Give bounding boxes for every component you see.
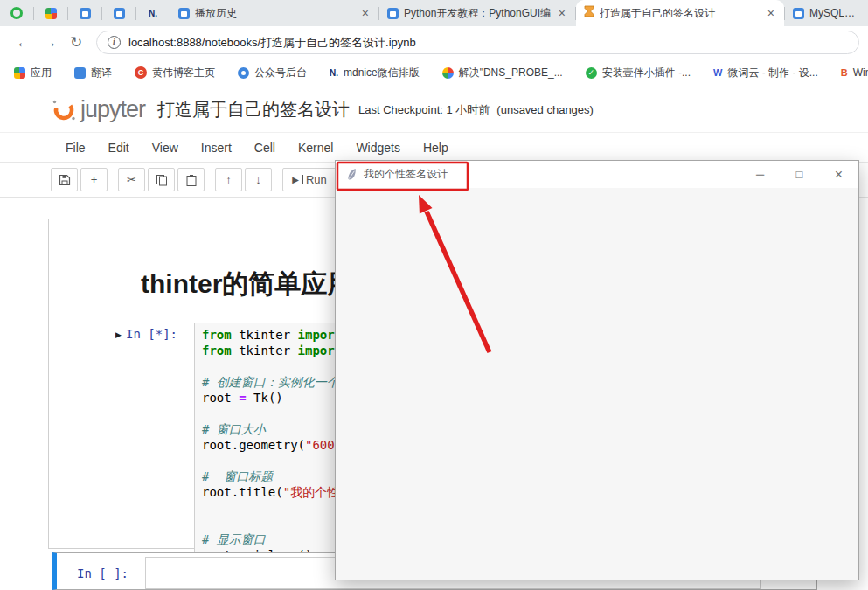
back-button[interactable]: ← [10,34,37,52]
refresh-button[interactable]: ↻ [63,33,89,52]
input-prompt-empty: In [ ]: [77,566,128,580]
play-icon: ▶ [292,175,299,184]
tab-playback-history[interactable]: 播放历史 × [170,0,378,26]
bookmark-official-account[interactable]: 公众号后台 [238,66,307,80]
minimize-button[interactable]: ─ [740,161,780,188]
browser-nav-bar: ← → ↻ i localhost:8888/notebooks/打造属于自己的… [0,26,868,59]
menu-insert[interactable]: Insert [190,141,243,155]
chat-icon [238,67,249,79]
step-bar-icon [302,175,303,184]
bookmark-label: Win [853,66,868,79]
jupyter-menu-bar: File Edit View Insert Cell Kernel Widget… [0,132,868,163]
blue-app-icon [114,8,125,19]
checkpoint-status: Last Checkpoint: 1 小时前 [358,102,490,118]
jupyter-planet-icon [51,98,77,122]
bookmark-label: 微词云 - 制作 - 设... [727,66,817,80]
scissors-icon: ✂ [127,173,136,186]
plus-icon: + [91,173,98,186]
bookmark-yiban-plugin[interactable]: ✓ 安装壹伴小插件 -... [586,66,691,80]
bookmark-translate[interactable]: 翻译 [74,66,112,80]
tab-mysql[interactable]: MySQL_数 [785,0,868,26]
run-cell-button[interactable]: ▶ Run [282,168,337,191]
menu-edit[interactable]: Edit [97,141,141,155]
menu-file[interactable]: File [54,141,97,155]
bookmark-win[interactable]: B Win [841,66,868,79]
markdown-heading: thinter的简单应用 [141,267,353,302]
tab-mini-colorful[interactable] [34,0,67,26]
bookmark-dns-fix[interactable]: 解决"DNS_PROBE_... [442,66,563,80]
cut-cell-button[interactable]: ✂ [118,168,145,191]
tkinter-window-title: 我的个性签名设计 [364,167,448,182]
address-bar[interactable]: i localhost:8888/notebooks/打造属于自己的签名设计.i… [96,31,859,54]
translate-icon [74,67,86,79]
arrow-up-icon: ↑ [226,173,232,186]
floppy-icon [59,174,71,186]
csdn-icon: C [135,66,147,79]
hourglass-icon [584,5,594,21]
move-cell-up-button[interactable]: ↑ [215,168,242,191]
notebook-title[interactable]: 打造属于自己的签名设计 [157,98,350,121]
tab-mini-browser-logo[interactable] [0,0,33,26]
bookmark-label: 黄伟博客主页 [152,66,215,80]
color-grid-icon [45,8,57,19]
bookmark-label: 安装壹伴小插件 -... [602,66,691,80]
close-window-button[interactable]: × [819,161,858,188]
copy-cell-button[interactable] [148,168,175,191]
tab-mini-app2[interactable] [102,0,135,26]
add-cell-button[interactable]: + [80,168,108,191]
jupyter-logo[interactable]: jupyter [51,96,145,123]
green-ring-icon [10,7,23,19]
tab-signature-design-active[interactable]: 打造属于自己的签名设计 × [576,0,784,26]
arrow-down-icon: ↓ [255,173,261,186]
close-icon[interactable]: × [360,6,371,20]
run-cell-marker-icon[interactable]: ▶ [115,330,122,339]
bookmark-mdnice[interactable]: N. mdnice微信排版 [330,66,420,80]
bookmark-weiciyun[interactable]: W 微词云 - 制作 - 设... [713,66,818,80]
jupyter-logo-text: jupyter [80,96,145,123]
tkinter-window-body [336,188,858,580]
tkinter-titlebar[interactable]: 我的个性签名设计 ─ □ × [336,161,858,188]
color-wheel-icon [442,67,454,79]
tab-title: Python开发教程：PythonGUI编 [404,6,552,21]
close-icon[interactable]: × [766,6,776,20]
unsaved-status: (unsaved changes) [496,103,594,116]
clipboard-icon [185,174,198,186]
bookmark-label: 解决"DNS_PROBE_... [459,66,563,80]
info-icon[interactable]: i [108,36,121,49]
maximize-button[interactable]: □ [780,161,819,188]
input-prompt: In [*]: [126,327,177,341]
blue-app-icon [793,8,804,19]
menu-widgets[interactable]: Widgets [344,141,412,155]
tab-python-tutorial[interactable]: Python开发教程：PythonGUI编 × [379,0,575,26]
bookmark-blog-home[interactable]: C 黄伟博客主页 [135,66,215,80]
blue-app-icon [178,8,190,19]
b-logo-icon: B [841,67,848,78]
bookmark-label: 应用 [31,66,52,80]
close-icon[interactable]: × [557,6,567,20]
move-cell-down-button[interactable]: ↓ [245,168,272,191]
tab-mini-mdnice[interactable]: N. [136,0,170,26]
menu-cell[interactable]: Cell [243,141,287,155]
blue-app-icon [387,8,399,19]
tkinter-window[interactable]: 我的个性签名设计 ─ □ × [335,160,859,580]
save-button[interactable] [51,168,78,191]
menu-help[interactable]: Help [412,141,460,155]
bookmarks-bar: 应用 翻译 C 黄伟博客主页 公众号后台 N. mdnice微信排版 解决"DN… [0,59,868,87]
browser-tab-bar: N. 播放历史 × Python开发教程：PythonGUI编 × 打造属于自己… [0,0,868,26]
bookmark-apps[interactable]: 应用 [14,66,52,80]
tab-title: MySQL_数 [809,6,860,21]
blue-app-icon [80,8,91,19]
url-text[interactable]: localhost:8888/notebooks/打造属于自己的签名设计.ipy… [128,35,416,51]
tab-title: 打造属于自己的签名设计 [600,6,760,21]
mdnice-logo-icon: N. [149,9,157,18]
feather-icon [346,168,358,181]
menu-view[interactable]: View [141,141,190,155]
tab-mini-app1[interactable] [68,0,101,26]
bookmark-label: mdnice微信排版 [344,66,420,80]
menu-kernel[interactable]: Kernel [287,141,344,155]
bookmark-label: 翻译 [91,66,112,80]
paste-cell-button[interactable] [177,168,205,191]
forward-button[interactable]: → [37,34,63,52]
bookmark-label: 公众号后台 [254,66,307,80]
window-controls: ─ □ × [740,161,858,188]
